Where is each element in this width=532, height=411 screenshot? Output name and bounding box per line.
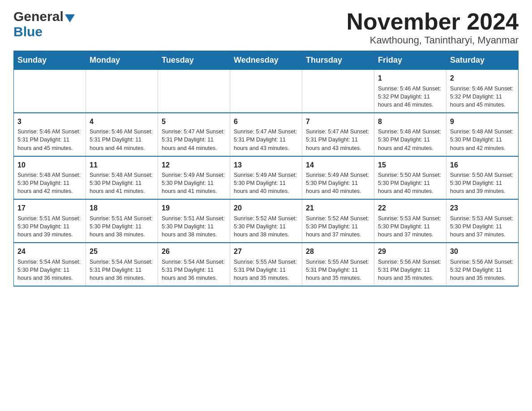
day-info-5: Sunrise: 5:47 AM Sunset: 5:31 PM Dayligh… [162, 128, 226, 152]
day-number-1: 1 [378, 73, 442, 83]
day-number-9: 9 [450, 117, 515, 127]
day-number-13: 13 [234, 160, 298, 170]
day-number-6: 6 [234, 117, 298, 127]
cell-w5-d3: 26Sunrise: 5:54 AM Sunset: 5:31 PM Dayli… [158, 243, 230, 286]
day-number-19: 19 [162, 203, 226, 213]
cell-w1-d7: 2Sunrise: 5:46 AM Sunset: 5:32 PM Daylig… [446, 70, 519, 113]
cell-w5-d7: 30Sunrise: 5:56 AM Sunset: 5:32 PM Dayli… [446, 243, 519, 286]
day-number-14: 14 [306, 160, 370, 170]
cell-w1-d5 [302, 70, 374, 113]
day-number-7: 7 [306, 117, 370, 127]
week-row-2: 3Sunrise: 5:46 AM Sunset: 5:31 PM Daylig… [14, 113, 519, 156]
cell-w3-d7: 16Sunrise: 5:50 AM Sunset: 5:30 PM Dayli… [446, 156, 519, 200]
cell-w2-d6: 8Sunrise: 5:48 AM Sunset: 5:30 PM Daylig… [374, 113, 446, 156]
header-friday: Friday [374, 51, 446, 70]
cell-w1-d2 [86, 70, 158, 113]
day-info-21: Sunrise: 5:52 AM Sunset: 5:30 PM Dayligh… [306, 214, 370, 239]
header-tuesday: Tuesday [158, 51, 230, 70]
cell-w2-d5: 7Sunrise: 5:47 AM Sunset: 5:31 PM Daylig… [302, 113, 374, 156]
cell-w2-d4: 6Sunrise: 5:47 AM Sunset: 5:31 PM Daylig… [230, 113, 302, 156]
cell-w3-d4: 13Sunrise: 5:49 AM Sunset: 5:30 PM Dayli… [230, 156, 302, 200]
cell-w2-d1: 3Sunrise: 5:46 AM Sunset: 5:31 PM Daylig… [14, 113, 86, 156]
cell-w4-d4: 20Sunrise: 5:52 AM Sunset: 5:30 PM Dayli… [230, 199, 302, 243]
logo-arrow-icon [65, 14, 75, 22]
cell-w4-d5: 21Sunrise: 5:52 AM Sunset: 5:30 PM Dayli… [302, 199, 374, 243]
header-monday: Monday [86, 51, 158, 70]
logo-general: General [13, 9, 64, 24]
day-info-19: Sunrise: 5:51 AM Sunset: 5:30 PM Dayligh… [162, 214, 226, 239]
day-info-11: Sunrise: 5:48 AM Sunset: 5:30 PM Dayligh… [90, 171, 154, 195]
logo-blue: Blue [13, 24, 43, 39]
week-row-3: 10Sunrise: 5:48 AM Sunset: 5:30 PM Dayli… [14, 156, 519, 200]
cell-w1-d4 [230, 70, 302, 113]
cell-w1-d3 [158, 70, 230, 113]
day-info-27: Sunrise: 5:55 AM Sunset: 5:31 PM Dayligh… [234, 258, 298, 282]
logo: General Blue [13, 9, 75, 39]
day-number-11: 11 [90, 160, 154, 170]
week-row-1: 1Sunrise: 5:46 AM Sunset: 5:32 PM Daylig… [14, 70, 519, 113]
day-info-24: Sunrise: 5:54 AM Sunset: 5:30 PM Dayligh… [17, 258, 82, 282]
day-info-30: Sunrise: 5:56 AM Sunset: 5:32 PM Dayligh… [450, 258, 515, 282]
cell-w5-d4: 27Sunrise: 5:55 AM Sunset: 5:31 PM Dayli… [230, 243, 302, 286]
page-header: General Blue November 2024 Kawthoung, Ta… [13, 9, 519, 46]
cell-w2-d3: 5Sunrise: 5:47 AM Sunset: 5:31 PM Daylig… [158, 113, 230, 156]
day-info-2: Sunrise: 5:46 AM Sunset: 5:32 PM Dayligh… [450, 85, 515, 109]
cell-w3-d2: 11Sunrise: 5:48 AM Sunset: 5:30 PM Dayli… [86, 156, 158, 200]
calendar-subtitle: Kawthoung, Tanintharyi, Myanmar [347, 34, 519, 46]
calendar-title: November 2024 [347, 9, 519, 34]
day-info-3: Sunrise: 5:46 AM Sunset: 5:31 PM Dayligh… [17, 128, 82, 152]
day-info-1: Sunrise: 5:46 AM Sunset: 5:32 PM Dayligh… [378, 85, 442, 109]
day-info-17: Sunrise: 5:51 AM Sunset: 5:30 PM Dayligh… [17, 214, 82, 239]
day-number-25: 25 [90, 247, 154, 257]
day-info-9: Sunrise: 5:48 AM Sunset: 5:30 PM Dayligh… [450, 128, 515, 152]
cell-w4-d2: 18Sunrise: 5:51 AM Sunset: 5:30 PM Dayli… [86, 199, 158, 243]
day-number-26: 26 [162, 247, 226, 257]
calendar-header-row: SundayMondayTuesdayWednesdayThursdayFrid… [14, 51, 519, 70]
cell-w5-d1: 24Sunrise: 5:54 AM Sunset: 5:30 PM Dayli… [14, 243, 86, 286]
day-number-15: 15 [378, 160, 442, 170]
day-number-23: 23 [450, 203, 515, 213]
day-info-12: Sunrise: 5:49 AM Sunset: 5:30 PM Dayligh… [162, 171, 226, 195]
day-info-25: Sunrise: 5:54 AM Sunset: 5:31 PM Dayligh… [90, 258, 154, 282]
day-info-23: Sunrise: 5:53 AM Sunset: 5:30 PM Dayligh… [450, 214, 515, 239]
day-number-21: 21 [306, 203, 370, 213]
day-info-10: Sunrise: 5:48 AM Sunset: 5:30 PM Dayligh… [17, 171, 82, 195]
day-info-22: Sunrise: 5:53 AM Sunset: 5:30 PM Dayligh… [378, 214, 442, 239]
day-info-14: Sunrise: 5:49 AM Sunset: 5:30 PM Dayligh… [306, 171, 370, 195]
day-info-8: Sunrise: 5:48 AM Sunset: 5:30 PM Dayligh… [378, 128, 442, 152]
day-number-29: 29 [378, 247, 442, 257]
cell-w3-d5: 14Sunrise: 5:49 AM Sunset: 5:30 PM Dayli… [302, 156, 374, 200]
cell-w4-d3: 19Sunrise: 5:51 AM Sunset: 5:30 PM Dayli… [158, 199, 230, 243]
cell-w5-d2: 25Sunrise: 5:54 AM Sunset: 5:31 PM Dayli… [86, 243, 158, 286]
header-saturday: Saturday [446, 51, 519, 70]
day-number-8: 8 [378, 117, 442, 127]
day-number-4: 4 [90, 117, 154, 127]
cell-w3-d6: 15Sunrise: 5:50 AM Sunset: 5:30 PM Dayli… [374, 156, 446, 200]
day-number-16: 16 [450, 160, 515, 170]
day-info-26: Sunrise: 5:54 AM Sunset: 5:31 PM Dayligh… [162, 258, 226, 282]
day-number-3: 3 [17, 117, 82, 127]
day-info-28: Sunrise: 5:55 AM Sunset: 5:31 PM Dayligh… [306, 258, 370, 282]
header-wednesday: Wednesday [230, 51, 302, 70]
cell-w4-d6: 22Sunrise: 5:53 AM Sunset: 5:30 PM Dayli… [374, 199, 446, 243]
day-info-6: Sunrise: 5:47 AM Sunset: 5:31 PM Dayligh… [234, 128, 298, 152]
day-number-20: 20 [234, 203, 298, 213]
day-number-30: 30 [450, 247, 515, 257]
day-number-10: 10 [17, 160, 82, 170]
cell-w5-d6: 29Sunrise: 5:56 AM Sunset: 5:31 PM Dayli… [374, 243, 446, 286]
week-row-5: 24Sunrise: 5:54 AM Sunset: 5:30 PM Dayli… [14, 243, 519, 286]
day-number-18: 18 [90, 203, 154, 213]
cell-w4-d1: 17Sunrise: 5:51 AM Sunset: 5:30 PM Dayli… [14, 199, 86, 243]
day-info-4: Sunrise: 5:46 AM Sunset: 5:31 PM Dayligh… [90, 128, 154, 152]
day-number-24: 24 [17, 247, 82, 257]
day-info-13: Sunrise: 5:49 AM Sunset: 5:30 PM Dayligh… [234, 171, 298, 195]
cell-w2-d7: 9Sunrise: 5:48 AM Sunset: 5:30 PM Daylig… [446, 113, 519, 156]
day-number-2: 2 [450, 73, 515, 83]
day-info-20: Sunrise: 5:52 AM Sunset: 5:30 PM Dayligh… [234, 214, 298, 239]
day-number-5: 5 [162, 117, 226, 127]
day-info-16: Sunrise: 5:50 AM Sunset: 5:30 PM Dayligh… [450, 171, 515, 195]
day-number-28: 28 [306, 247, 370, 257]
cell-w3-d1: 10Sunrise: 5:48 AM Sunset: 5:30 PM Dayli… [14, 156, 86, 200]
cell-w4-d7: 23Sunrise: 5:53 AM Sunset: 5:30 PM Dayli… [446, 199, 519, 243]
day-info-18: Sunrise: 5:51 AM Sunset: 5:30 PM Dayligh… [90, 214, 154, 239]
